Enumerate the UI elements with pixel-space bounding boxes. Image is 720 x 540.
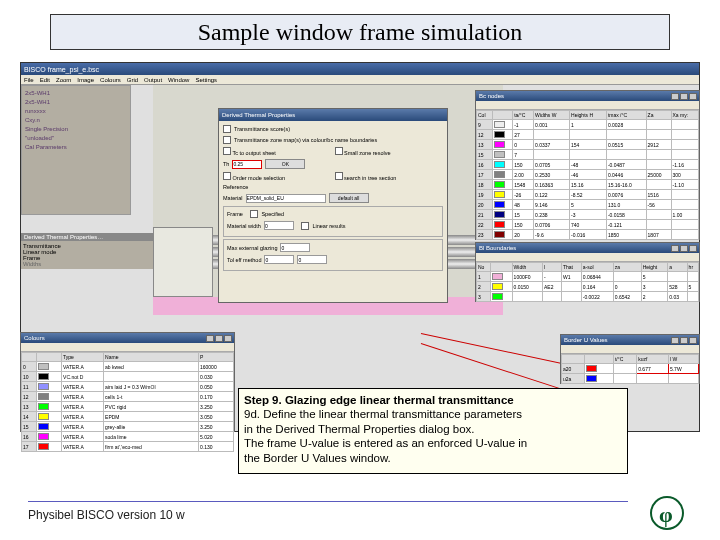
menu-file[interactable]: File <box>24 77 34 83</box>
menubar: File Edit Zoom Image Colours Grid Output… <box>21 75 699 85</box>
dialog-titlebar: Derived Thermal Properties <box>219 109 447 121</box>
checkbox[interactable] <box>301 222 309 230</box>
checkbox[interactable] <box>250 210 258 218</box>
input-u1[interactable] <box>280 243 310 252</box>
input-u2[interactable] <box>264 255 294 264</box>
group-frame: Frame Specified Material width Linear re… <box>223 206 443 237</box>
page-title: Sample window frame simulation <box>198 19 523 46</box>
input-threshold[interactable] <box>232 160 262 169</box>
menu-settings[interactable]: Settings <box>195 77 217 83</box>
physibel-logo: φ <box>650 496 684 530</box>
sidebar-panel: 2x5-WH1 2x5-WH1 runxxxx Cxy.n Single Pre… <box>21 85 131 215</box>
checkbox[interactable] <box>223 125 231 133</box>
boundaries-table[interactable]: No Width l That a-sol za Height a hr 110… <box>476 262 699 302</box>
step-title: Step 9. Glazing edge linear thermal tran… <box>244 394 514 406</box>
checkbox[interactable] <box>223 136 231 144</box>
input-dvlane[interactable] <box>297 255 327 264</box>
default-button[interactable]: default all <box>329 193 369 203</box>
menu-edit[interactable]: Edit <box>40 77 50 83</box>
menu-image[interactable]: Image <box>77 77 94 83</box>
menu-window[interactable]: Window <box>168 77 189 83</box>
checkbox[interactable] <box>335 147 343 155</box>
title-banner: Sample window frame simulation <box>50 14 670 50</box>
window-buttons[interactable] <box>671 93 697 100</box>
dtp-section: Derived Thermal Properties… Transmittanc… <box>21 233 153 303</box>
input-material[interactable] <box>246 194 326 203</box>
dtp-section-header[interactable]: Derived Thermal Properties… <box>21 233 153 241</box>
window-buttons[interactable] <box>671 337 697 344</box>
colours-table[interactable]: Type Name P 0VATER.Aab kwed16000010VC.no… <box>21 352 234 452</box>
buvalues-table[interactable]: t/°C kuzf l W a200.6775.7Wu2a <box>561 354 699 384</box>
footer-divider <box>28 501 628 502</box>
group-glazing: Max external glazing Tol eff method <box>223 239 443 271</box>
bcnodes-table[interactable]: Col ta/°C Widths W Heights H tmax /°C Za… <box>476 110 699 240</box>
checkbox[interactable] <box>223 172 231 180</box>
menu-zoom[interactable]: Zoom <box>56 77 71 83</box>
window-buttons[interactable] <box>671 245 697 252</box>
window-border-u-values: Border U Values t/°C kuzf l W a200.6775.… <box>560 334 700 384</box>
input-width[interactable] <box>264 221 294 230</box>
checkbox[interactable] <box>335 172 343 180</box>
window-colours: Colours Type Name P 0VATER.Aab kwed16000… <box>20 332 235 432</box>
menu-output[interactable]: Output <box>144 77 162 83</box>
dialog-derived-thermal-properties: Derived Thermal Properties Transmittance… <box>218 108 448 303</box>
checkbox[interactable] <box>223 147 231 155</box>
ok-button[interactable]: OK <box>265 159 305 169</box>
window-bc-nodes: Bc nodes Col ta/°C Widths W Heights H tm… <box>475 90 700 240</box>
step-instruction-box: Step 9. Glazing edge linear thermal tran… <box>238 388 628 474</box>
window-buttons[interactable] <box>206 335 232 342</box>
menu-grid[interactable]: Grid <box>127 77 138 83</box>
app-titlebar: BISCO frame_psi_e.bsc <box>21 63 699 75</box>
window-boundaries: Bl Boundaries No Width l That a-sol za H… <box>475 242 700 302</box>
menu-colours[interactable]: Colours <box>100 77 121 83</box>
footer-text: Physibel BISCO version 10 w <box>28 508 185 522</box>
